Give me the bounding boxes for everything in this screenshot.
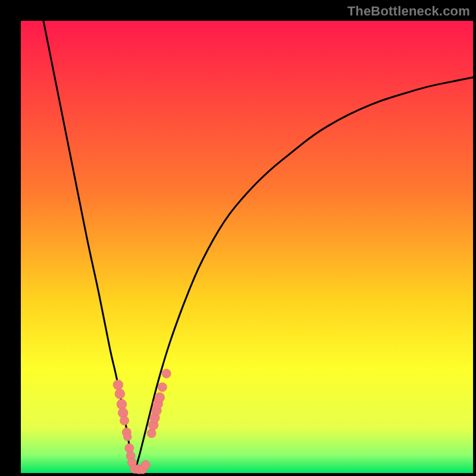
chart-frame: TheBottleneck.com — [0, 0, 476, 476]
plot-area — [21, 21, 473, 473]
watermark-label: TheBottleneck.com — [347, 4, 470, 19]
